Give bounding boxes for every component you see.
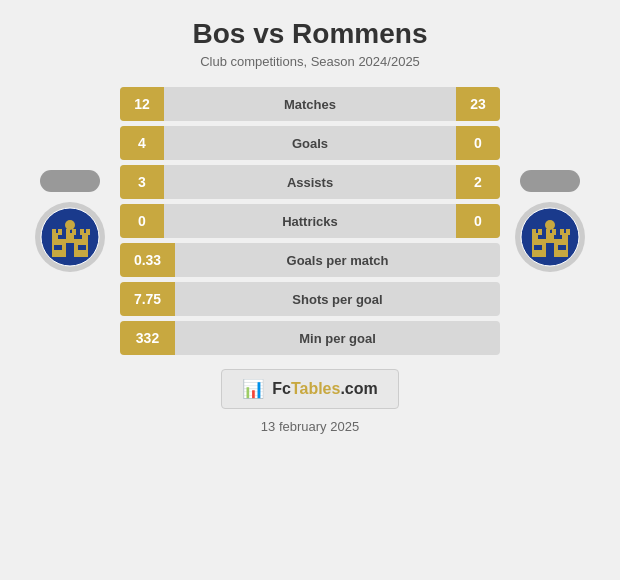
assists-label: Assists: [164, 165, 456, 199]
fctables-text: FcTables.com: [272, 380, 378, 398]
svg-rect-13: [54, 245, 62, 250]
fctables-icon: 📊: [242, 378, 264, 400]
hattricks-label: Hattricks: [164, 204, 456, 238]
hattricks-right-val: 0: [456, 204, 500, 238]
svg-rect-6: [58, 229, 62, 235]
min-per-goal-label: Min per goal: [175, 321, 500, 355]
team-logo-left: [20, 170, 120, 272]
match-date: 13 february 2025: [261, 419, 359, 434]
svg-rect-28: [534, 245, 542, 250]
goals-per-match-val: 0.33: [120, 243, 175, 277]
stats-container: 12 Matches 23 4 Goals 0 3 Assists 2 0 Ha…: [120, 87, 500, 355]
svg-rect-10: [86, 229, 90, 235]
svg-rect-29: [558, 245, 566, 250]
svg-rect-9: [80, 229, 84, 235]
stat-row-goals: 4 Goals 0: [120, 126, 500, 160]
svg-rect-5: [52, 229, 56, 235]
svg-point-27: [545, 220, 555, 230]
assists-left-val: 3: [120, 165, 164, 199]
svg-rect-20: [532, 229, 536, 235]
svg-rect-23: [552, 229, 556, 235]
left-team-logo: [35, 202, 105, 272]
goals-left-val: 4: [120, 126, 164, 160]
left-logo-top-shape: [40, 170, 100, 192]
main-content: 12 Matches 23 4 Goals 0 3 Assists 2 0 Ha…: [20, 87, 600, 355]
right-team-logo: [515, 202, 585, 272]
hattricks-left-val: 0: [120, 204, 164, 238]
stat-row-min-per-goal: 332 Min per goal: [120, 321, 500, 355]
goals-per-match-label: Goals per match: [175, 243, 500, 277]
svg-rect-26: [546, 243, 554, 257]
svg-rect-14: [78, 245, 86, 250]
svg-rect-11: [66, 243, 74, 257]
page-wrapper: Bos vs Rommens Club competitions, Season…: [0, 0, 620, 580]
stat-row-matches: 12 Matches 23: [120, 87, 500, 121]
stat-row-hattricks: 0 Hattricks 0: [120, 204, 500, 238]
goals-right-val: 0: [456, 126, 500, 160]
left-team-emblem: [40, 207, 100, 267]
svg-point-12: [65, 220, 75, 230]
stat-row-shots-per-goal: 7.75 Shots per goal: [120, 282, 500, 316]
stat-row-assists: 3 Assists 2: [120, 165, 500, 199]
svg-rect-24: [560, 229, 564, 235]
fctables-banner[interactable]: 📊 FcTables.com: [221, 369, 399, 409]
right-team-emblem: [520, 207, 580, 267]
team-logo-right: [500, 170, 600, 272]
matches-right-val: 23: [456, 87, 500, 121]
matches-label: Matches: [164, 87, 456, 121]
svg-rect-25: [566, 229, 570, 235]
matches-left-val: 12: [120, 87, 164, 121]
right-logo-top-shape: [520, 170, 580, 192]
match-subtitle: Club competitions, Season 2024/2025: [200, 54, 420, 69]
shots-per-goal-val: 7.75: [120, 282, 175, 316]
assists-right-val: 2: [456, 165, 500, 199]
shots-per-goal-label: Shots per goal: [175, 282, 500, 316]
min-per-goal-val: 332: [120, 321, 175, 355]
match-title: Bos vs Rommens: [193, 18, 428, 50]
svg-rect-8: [72, 229, 76, 235]
stat-row-goals-per-match: 0.33 Goals per match: [120, 243, 500, 277]
svg-rect-21: [538, 229, 542, 235]
goals-label: Goals: [164, 126, 456, 160]
